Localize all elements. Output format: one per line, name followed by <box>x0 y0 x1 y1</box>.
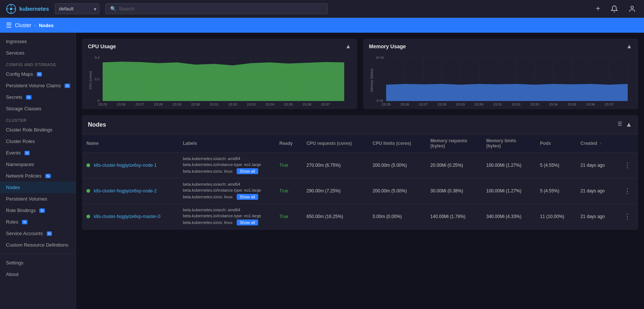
show-all-btn-2[interactable]: Show all <box>237 219 258 225</box>
svg-text:23:37: 23:37 <box>605 103 613 106</box>
role-bindings-badge: N <box>39 208 45 213</box>
sidebar-item-network-policies[interactable]: Network Policies N <box>0 170 76 182</box>
node-pods-1: 5 (4.55%) <box>536 178 576 204</box>
svg-point-6 <box>631 6 634 9</box>
search-input[interactable] <box>119 6 323 12</box>
svg-text:23:25: 23:25 <box>382 103 390 106</box>
hamburger-menu-icon[interactable]: ☰ <box>6 21 12 29</box>
show-all-btn-0[interactable]: Show all <box>237 168 258 174</box>
sidebar-item-cluster-role-bindings[interactable]: Cluster Role Bindings <box>0 124 76 136</box>
sidebar-item-ingresses[interactable]: Ingresses <box>0 36 76 47</box>
sidebar-item-namespaces[interactable]: Namespaces <box>0 159 76 170</box>
namespace-select[interactable]: default <box>55 3 99 14</box>
node-cpu-lim-2: 0.00m (0.00%) <box>368 204 426 230</box>
node-mem-lim-2: 340.00Mi (4.33%) <box>482 204 536 230</box>
svg-text:23:32: 23:32 <box>512 103 520 106</box>
node-more-2: ⋮ <box>617 204 638 230</box>
svg-text:23:27: 23:27 <box>419 103 427 106</box>
add-button[interactable]: + <box>594 2 602 15</box>
node-cpu-req-2: 650.00m (16.25%) <box>302 204 368 230</box>
search-icon: 🔍 <box>110 6 116 12</box>
sidebar-section-cluster: Cluster <box>0 114 76 124</box>
sidebar-item-services[interactable]: Services <box>0 47 76 59</box>
svg-text:23:35: 23:35 <box>284 103 293 106</box>
svg-point-1 <box>10 7 13 10</box>
col-cpu-req: CPU requests (cores) <box>302 134 368 153</box>
status-dot-1 <box>86 189 90 193</box>
label-arch-1: beta.kubernetes.io/arch: amd64 <box>183 182 270 186</box>
sidebar-item-cluster-roles[interactable]: Cluster Roles <box>0 136 76 147</box>
sidebar-item-pvc[interactable]: Persistent Volume Claims N <box>0 80 76 91</box>
status-dot-0 <box>86 163 90 167</box>
node-name-cell-2: k8s-cluster-fxqgiyize6xp-master-0 <box>82 204 178 230</box>
sidebar-item-service-accounts[interactable]: Service Accounts N <box>0 228 76 239</box>
col-created: Created ↑ <box>576 134 617 153</box>
sidebar-item-persistent-volumes[interactable]: Persistent Volumes <box>0 193 76 205</box>
config-maps-badge: N <box>37 72 42 77</box>
svg-text:23:37: 23:37 <box>321 103 330 106</box>
notifications-button[interactable] <box>608 3 620 15</box>
svg-text:23:33: 23:33 <box>530 103 539 106</box>
node-pods-0: 5 (4.55%) <box>536 153 576 178</box>
kubernetes-logo: kubernetes <box>6 4 49 14</box>
svg-text:CPU (cores): CPU (cores) <box>89 71 92 89</box>
breadcrumb-parent[interactable]: Cluster <box>15 22 31 28</box>
svg-text:23:29: 23:29 <box>172 103 181 106</box>
col-actions <box>617 134 638 153</box>
status-dot-2 <box>86 215 90 218</box>
node-created-1: 21 days ago <box>576 178 617 204</box>
sidebar-item-storage-classes[interactable]: Storage Classes <box>0 103 76 114</box>
label-instance-2: beta.kubernetes.io/instance-type: eo1.la… <box>183 214 270 218</box>
more-actions-btn-2[interactable]: ⋮ <box>621 211 634 222</box>
svg-text:0: 0 <box>98 99 99 103</box>
svg-text:23:27: 23:27 <box>135 103 144 106</box>
collapse-nodes-button[interactable]: ▲ <box>625 121 632 129</box>
node-labels-cell-0: beta.kubernetes.io/arch: amd64 beta.kube… <box>178 153 275 178</box>
svg-text:23:29: 23:29 <box>456 103 464 106</box>
node-link-1[interactable]: k8s-cluster-fxqgiyize6xp-node-2 <box>94 188 157 193</box>
node-link-0[interactable]: k8s-cluster-fxqgiyize6xp-node-1 <box>94 163 157 168</box>
node-cpu-lim-0: 200.00m (5.00%) <box>368 153 426 178</box>
sidebar-item-settings[interactable]: Settings <box>0 257 76 269</box>
sidebar-item-secrets[interactable]: Secrets N <box>0 91 76 103</box>
show-all-btn-1[interactable]: Show all <box>237 194 258 200</box>
node-created-2: 21 days ago <box>576 204 617 230</box>
svg-text:23:34: 23:34 <box>549 103 557 106</box>
filter-button[interactable] <box>616 120 622 129</box>
svg-text:23:28: 23:28 <box>154 103 162 106</box>
network-policies-badge: N <box>45 174 51 178</box>
sidebar-item-events[interactable]: Events N <box>0 147 76 159</box>
sidebar-item-nodes[interactable]: Nodes <box>0 182 76 193</box>
label-arch-2: beta.kubernetes.io/arch: amd64 <box>183 208 270 212</box>
node-labels-cell-2: beta.kubernetes.io/arch: amd64 beta.kube… <box>178 204 275 230</box>
cpu-chart-collapse[interactable]: ▲ <box>345 43 351 50</box>
col-labels: Labels <box>178 134 275 153</box>
node-link-2[interactable]: k8s-cluster-fxqgiyize6xp-master-0 <box>94 214 160 219</box>
sidebar-item-role-bindings[interactable]: Role Bindings N <box>0 205 76 216</box>
sidebar-item-roles[interactable]: Roles N <box>0 216 76 228</box>
svg-text:23:34: 23:34 <box>266 103 274 106</box>
nodes-header: Nodes ▲ <box>82 115 638 134</box>
svg-text:23:28: 23:28 <box>437 103 446 106</box>
sidebar-item-about[interactable]: About <box>0 269 76 280</box>
more-actions-btn-0[interactable]: ⋮ <box>621 160 634 171</box>
nodes-title: Nodes <box>88 121 106 128</box>
node-mem-lim-0: 100.00Mi (1.27%) <box>482 153 536 178</box>
memory-chart-card: Memory Usage ▲ 10 Gi 0 Gi Memory (bytes) <box>363 39 638 109</box>
sidebar-item-crd[interactable]: Custom Resource Definitions <box>0 239 76 251</box>
node-ready-1: True <box>275 178 302 204</box>
svg-text:23:36: 23:36 <box>586 103 595 106</box>
content-area: CPU Usage ▲ 0.4 0.2 0 CPU (cores) <box>76 33 644 309</box>
svg-text:23:25: 23:25 <box>98 103 107 106</box>
account-button[interactable] <box>626 3 638 15</box>
sidebar-section-config-storage: Config and Storage <box>0 59 76 68</box>
svg-text:23:30: 23:30 <box>474 103 483 106</box>
sidebar-item-config-maps[interactable]: Config Maps N <box>0 68 76 80</box>
pvc-badge: N <box>65 84 70 88</box>
more-actions-btn-1[interactable]: ⋮ <box>621 185 634 196</box>
memory-chart-area: 10 Gi 0 Gi Memory (bytes) <box>369 54 632 106</box>
node-mem-req-1: 30.00Mi (0.38%) <box>426 178 482 204</box>
memory-chart-collapse[interactable]: ▲ <box>626 43 632 50</box>
cpu-chart-area: 0.4 0.2 0 CPU (cores) <box>88 54 351 106</box>
label-instance-1: beta.kubernetes.io/instance-type: eo1.la… <box>183 188 270 192</box>
